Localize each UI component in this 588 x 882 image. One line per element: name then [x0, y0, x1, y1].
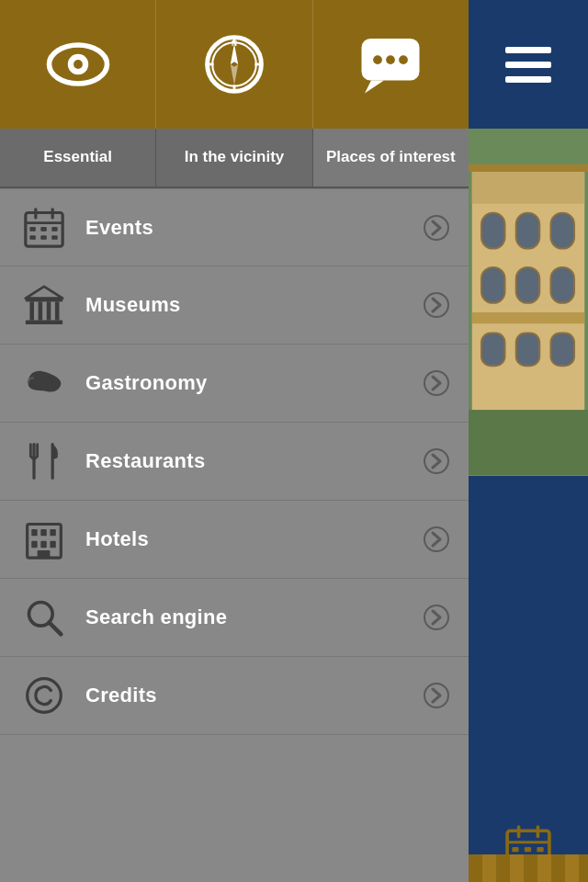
- svg-rect-45: [50, 529, 55, 536]
- svg-marker-13: [365, 81, 384, 94]
- svg-rect-79: [525, 856, 531, 861]
- svg-rect-23: [51, 227, 57, 232]
- svg-rect-49: [37, 550, 50, 558]
- building-photo-top: [469, 129, 588, 476]
- hotel-icon: [24, 519, 64, 560]
- svg-rect-26: [51, 235, 57, 240]
- svg-rect-22: [40, 227, 46, 232]
- svg-point-54: [27, 679, 61, 713]
- copyright-icon: [24, 675, 64, 716]
- svg-rect-69: [469, 410, 588, 475]
- svg-rect-68: [550, 333, 574, 366]
- svg-rect-63: [516, 267, 540, 303]
- menu-label-gastronomy: Gastronomy: [85, 371, 423, 395]
- svg-rect-48: [50, 541, 55, 548]
- svg-rect-78: [512, 856, 518, 861]
- compass-icon: N: [202, 32, 266, 96]
- svg-point-53: [424, 605, 448, 629]
- svg-point-14: [373, 55, 382, 64]
- menu-label-events: Events: [85, 216, 423, 240]
- left-panel: N: [0, 0, 469, 882]
- svg-point-36: [424, 371, 448, 395]
- svg-point-2: [74, 60, 83, 69]
- svg-rect-60: [516, 213, 540, 249]
- hamburger-menu-button[interactable]: [469, 0, 588, 129]
- svg-rect-62: [481, 267, 505, 303]
- fork-knife-icon: [24, 441, 64, 481]
- svg-marker-7: [231, 64, 238, 85]
- menu-label-hotels: Hotels: [85, 527, 423, 551]
- svg-rect-67: [516, 333, 540, 366]
- chevron-right-icon: [423, 526, 450, 553]
- icon-bar: N: [0, 0, 469, 129]
- chevron-right-icon: [423, 369, 450, 397]
- svg-point-16: [399, 55, 408, 64]
- svg-rect-66: [481, 333, 505, 366]
- svg-rect-46: [31, 541, 37, 548]
- messages-tab-icon[interactable]: [313, 0, 469, 129]
- svg-rect-44: [40, 529, 46, 536]
- svg-rect-24: [29, 235, 35, 240]
- menu-item-restaurants[interactable]: Restaurants: [0, 423, 469, 501]
- menu-item-events[interactable]: Events: [0, 188, 469, 266]
- eye-icon: [46, 32, 110, 96]
- menu-item-museums[interactable]: Museums: [0, 266, 469, 345]
- svg-rect-47: [40, 541, 46, 548]
- svg-rect-65: [472, 312, 584, 323]
- gastronomy-icon: [24, 363, 64, 403]
- right-nav-spacer: [469, 476, 588, 536]
- svg-rect-34: [54, 301, 59, 320]
- svg-line-52: [49, 623, 61, 635]
- svg-rect-70: [469, 164, 588, 172]
- tab-in-the-vicinity[interactable]: In the vicinity: [156, 129, 312, 187]
- menu-item-search-engine[interactable]: Search engine: [0, 579, 469, 657]
- svg-rect-21: [29, 227, 35, 232]
- svg-rect-33: [46, 301, 51, 320]
- calendar-icon-small: [505, 825, 551, 871]
- chevron-right-icon: [423, 291, 450, 319]
- menu-label-search-engine: Search engine: [85, 605, 423, 629]
- svg-point-55: [424, 684, 448, 707]
- calendar-icon: [24, 208, 64, 248]
- menu-label-museums: Museums: [85, 293, 423, 317]
- tab-essential[interactable]: Essential: [0, 129, 156, 187]
- building-illustration: [469, 129, 588, 476]
- svg-rect-77: [537, 846, 543, 851]
- chat-icon: [358, 32, 423, 96]
- menu-item-gastronomy[interactable]: Gastronomy: [0, 345, 469, 423]
- svg-marker-28: [25, 287, 62, 299]
- svg-point-35: [424, 293, 448, 317]
- menu-label-credits: Credits: [85, 684, 423, 707]
- menu-item-hotels[interactable]: Hotels: [0, 501, 469, 579]
- svg-rect-75: [512, 846, 518, 851]
- menu-item-credits[interactable]: Credits: [0, 657, 469, 735]
- svg-point-15: [386, 55, 395, 64]
- svg-point-41: [424, 449, 448, 473]
- tab-places-of-interest[interactable]: Places of interest: [313, 129, 469, 187]
- overview-tab-icon[interactable]: [0, 0, 156, 129]
- menu-label-restaurants: Restaurants: [85, 449, 423, 473]
- svg-rect-30: [25, 299, 62, 302]
- svg-rect-76: [525, 846, 531, 851]
- nav-tabs: Essential In the vicinity Places of inte…: [0, 129, 469, 188]
- right-panel: [469, 0, 588, 882]
- svg-rect-32: [38, 301, 42, 320]
- chevron-right-icon: [423, 682, 450, 709]
- bottom-calendar-icon: [469, 813, 588, 882]
- svg-rect-61: [550, 213, 574, 249]
- building-photo-bottom: [469, 536, 588, 883]
- svg-rect-29: [25, 321, 62, 325]
- menu-list: Events: [0, 188, 469, 882]
- chevron-right-icon: [423, 214, 450, 242]
- navigate-tab-icon[interactable]: N: [156, 0, 312, 129]
- svg-rect-64: [550, 267, 574, 303]
- svg-point-27: [424, 216, 448, 240]
- svg-rect-31: [29, 301, 34, 320]
- app-container: N: [0, 0, 588, 882]
- svg-point-50: [424, 527, 448, 551]
- chevron-right-icon: [423, 604, 450, 631]
- chevron-right-icon: [423, 447, 450, 475]
- svg-rect-59: [481, 213, 505, 249]
- hamburger-icon: [505, 47, 551, 83]
- svg-rect-25: [40, 235, 46, 240]
